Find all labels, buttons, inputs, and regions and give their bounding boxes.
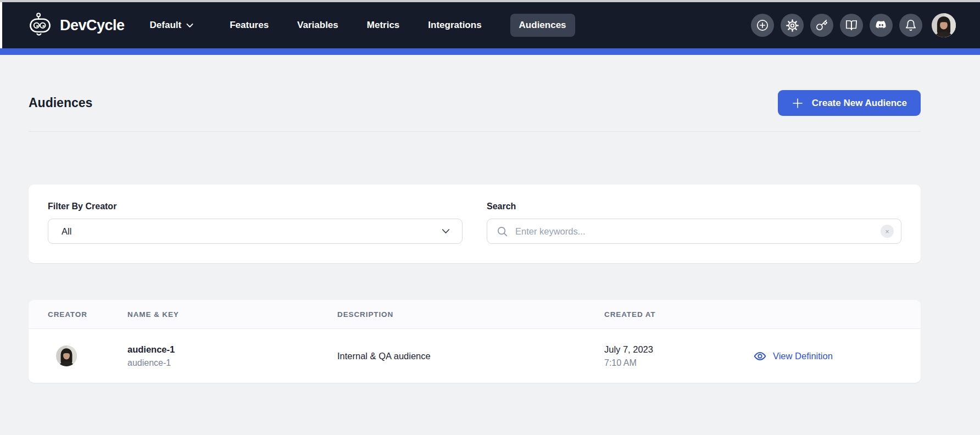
column-header-description: DESCRIPTION (337, 310, 604, 319)
settings-button[interactable] (781, 14, 804, 37)
chevron-down-icon (442, 228, 450, 234)
table-row[interactable]: audience-1 audience-1 Internal & QA audi… (29, 329, 921, 383)
docs-button[interactable] (840, 14, 863, 37)
eye-icon (754, 350, 766, 362)
nav-tab-variables[interactable]: Variables (297, 20, 338, 31)
gear-icon (786, 19, 799, 32)
created-time: 7:10 AM (604, 358, 754, 368)
creator-filter-select[interactable]: All (48, 219, 463, 244)
plus-icon (792, 97, 804, 109)
creator-filter-label: Filter By Creator (48, 202, 463, 211)
plus-circle-icon (756, 19, 769, 32)
nav-tab-metrics[interactable]: Metrics (367, 20, 400, 31)
filter-card: Filter By Creator All Search (29, 185, 921, 263)
create-new-audience-label: Create New Audience (812, 98, 907, 109)
creator-filter: Filter By Creator All (48, 202, 463, 244)
close-icon: × (885, 228, 889, 235)
discord-button[interactable] (870, 14, 893, 37)
nav-tab-audiences[interactable]: Audiences (510, 14, 575, 37)
create-new-audience-button[interactable]: Create New Audience (778, 90, 921, 116)
view-definition-link[interactable]: View Definition (754, 350, 901, 362)
notifications-button[interactable] (899, 14, 922, 37)
bell-icon (905, 19, 917, 31)
accent-bar (0, 48, 980, 55)
column-header-created-at: CREATED AT (604, 310, 754, 319)
search-box: × (487, 219, 901, 244)
audiences-table: CREATOR NAME & KEY DESCRIPTION CREATED A… (29, 300, 921, 383)
nav-tab-integrations[interactable]: Integrations (428, 20, 481, 31)
table-header-row: CREATOR NAME & KEY DESCRIPTION CREATED A… (29, 300, 921, 329)
discord-icon (875, 19, 888, 32)
api-keys-button[interactable] (810, 14, 833, 37)
search-filter: Search × (487, 202, 901, 244)
book-icon (845, 19, 858, 31)
creator-filter-value: All (62, 226, 71, 237)
audiences-page: Audiences Create New Audience Filter By … (29, 55, 921, 383)
project-selector[interactable]: Default (150, 20, 194, 31)
navbar-actions (751, 13, 956, 37)
audience-key: audience-1 (127, 358, 337, 368)
top-navbar: DevCycle Default Features Variables Metr… (0, 2, 980, 48)
project-selector-value: Default (150, 20, 182, 31)
page-header: Audiences Create New Audience (29, 90, 921, 116)
chevron-down-icon (186, 23, 193, 28)
devcycle-logo-icon (27, 12, 53, 39)
search-icon (497, 226, 508, 237)
devcycle-brand[interactable]: DevCycle (27, 12, 125, 39)
audience-description: Internal & QA audience (337, 351, 604, 361)
name-key-cell: audience-1 audience-1 (127, 344, 337, 368)
brand-name: DevCycle (60, 17, 125, 34)
created-date: July 7, 2023 (604, 344, 754, 355)
column-header-creator: CREATOR (48, 310, 127, 319)
user-avatar[interactable] (932, 13, 956, 37)
primary-nav: Features Variables Metrics Integrations … (230, 20, 566, 31)
search-label: Search (487, 202, 901, 211)
audience-name: audience-1 (127, 344, 337, 355)
view-definition-label: View Definition (773, 351, 833, 361)
creator-cell (48, 345, 127, 366)
key-icon (816, 19, 828, 31)
actions-cell: View Definition (754, 350, 901, 362)
clear-search-button[interactable]: × (881, 225, 894, 238)
add-button[interactable] (751, 14, 774, 37)
title-divider (29, 131, 921, 132)
creator-avatar (56, 345, 77, 366)
created-at-cell: July 7, 2023 7:10 AM (604, 344, 754, 368)
column-header-name-key: NAME & KEY (127, 310, 337, 319)
nav-tab-features[interactable]: Features (230, 20, 269, 31)
search-input[interactable] (515, 226, 873, 237)
page-title: Audiences (29, 96, 92, 110)
